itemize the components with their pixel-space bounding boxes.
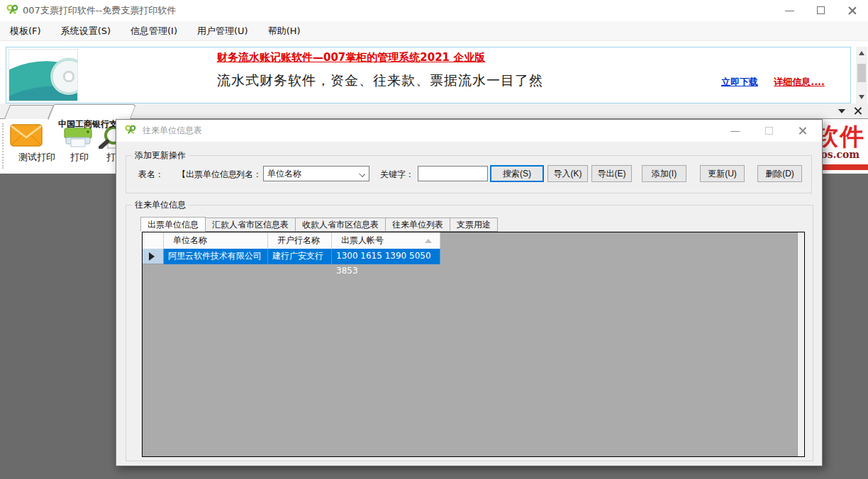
dialog-title: 往来单位信息表 <box>143 120 202 142</box>
details-link[interactable]: 详细信息.... <box>774 76 825 89</box>
tab-shape <box>4 105 54 119</box>
keyword-label: 关键字： <box>380 169 414 181</box>
column-select-value: 单位名称 <box>267 169 301 179</box>
table-row[interactable]: 阿里云软件技术有限公司 建行广安支行 1300 1615 1390 5050 3… <box>143 249 440 264</box>
column-header-company[interactable]: 单位名称 <box>164 232 268 249</box>
ad-banner[interactable]: 财务流水账记账软件—007掌柜的管理系统2021 企业版 流水式财务软件，资金、… <box>6 47 851 103</box>
export-button[interactable]: 导出(E) <box>591 165 632 182</box>
menu-help[interactable]: 帮助(H) <box>258 21 311 40</box>
window-title: 007支票打印软件--免费支票打印软件 <box>23 0 176 21</box>
cell-bank[interactable]: 建行广安支行 <box>268 249 332 264</box>
menu-system-settings[interactable]: 系统设置(S) <box>51 21 121 40</box>
column-name-label: 列名： <box>236 169 262 181</box>
operations-groupbox: 添加更新操作 表名： 【出票单位信息 列名： 单位名称 关键字： 搜索(S) 导… <box>126 155 812 193</box>
units-tabstrip: 出票单位信息 汇款人省市区信息表 收款人省市区信息表 往来单位列表 支票用途 <box>140 217 498 232</box>
sort-ascending-icon <box>425 239 432 243</box>
dialog-titlebar: 往来单位信息表 <box>116 120 822 142</box>
maximize-icon <box>817 6 825 14</box>
tab-payee-region-info[interactable]: 收款人省市区信息表 <box>296 218 386 232</box>
download-now-link[interactable]: 立即下载 <box>721 76 758 89</box>
tab-icbc-check[interactable]: 中国工商银行支票 <box>51 104 133 120</box>
table-name-value: 【出票单位信息 <box>177 169 237 181</box>
minimize-icon <box>785 11 794 11</box>
menu-template[interactable]: 模板(F) <box>0 21 51 40</box>
menu-info-management[interactable]: 信息管理(I) <box>121 21 187 40</box>
update-button[interactable]: 更新(U) <box>700 165 745 182</box>
minimize-button[interactable] <box>774 0 806 21</box>
tab-close-icon[interactable] <box>853 106 862 115</box>
banner-subtitle: 流水式财务软件，资金、往来款、票据流水一目了然 <box>217 72 543 90</box>
tab-preinvoice[interactable]: 预开票 <box>7 105 51 119</box>
dialog-close-button[interactable] <box>788 120 818 142</box>
units-groupbox: 往来单位信息 出票单位信息 汇款人省市区信息表 收款人省市区信息表 往来单位列表… <box>126 205 813 461</box>
menubar: 模板(F) 系统设置(S) 信息管理(I) 用户管理(U) 帮助(H) <box>0 21 868 41</box>
watermark-domain-text: ros.com <box>823 149 859 160</box>
column-select[interactable]: 单位名称 <box>263 166 369 181</box>
tab-issuer-unit-info[interactable]: 出票单位信息 <box>140 217 206 232</box>
dialog-minimize-button[interactable] <box>721 120 751 142</box>
cell-company[interactable]: 阿里云软件技术有限公司 <box>164 249 268 264</box>
scroll-down-icon[interactable] <box>859 95 864 99</box>
row-selector-header <box>143 232 164 249</box>
row-selector-cell[interactable] <box>143 249 164 264</box>
add-button[interactable]: 添加(I) <box>642 165 686 182</box>
cell-account[interactable]: 1300 1615 1390 5050 3853 <box>332 249 440 264</box>
grid-vertical-scrollbar[interactable] <box>797 232 804 456</box>
import-button[interactable]: 导入(K) <box>547 165 588 182</box>
menu-user-management[interactable]: 用户管理(U) <box>187 21 258 40</box>
units-group-title: 往来单位信息 <box>132 199 189 211</box>
tab-check-purpose[interactable]: 支票用途 <box>450 218 498 232</box>
grid-header-row: 单位名称 开户行名称 出票人帐号 <box>143 232 440 249</box>
search-button[interactable]: 搜索(S) <box>490 165 544 182</box>
watermark-red-bar <box>823 164 868 170</box>
document-tabstrip: 预开票 中国工商银行支票 <box>0 103 868 119</box>
close-button[interactable] <box>837 0 868 21</box>
banner-headline-link[interactable]: 财务流水账记账软件—007掌柜的管理系统2021 企业版 <box>217 51 485 64</box>
toolbar-grip[interactable] <box>2 123 4 169</box>
close-icon <box>847 6 857 16</box>
dialog-keys-icon <box>125 125 137 137</box>
close-icon <box>798 126 807 135</box>
keyword-input[interactable] <box>418 166 488 181</box>
site-watermark: 软件 ros.com <box>823 119 868 174</box>
column-header-bank[interactable]: 开户行名称 <box>268 232 332 249</box>
operations-row: 表名： 【出票单位信息 列名： 单位名称 关键字： 搜索(S) 导入(K) 导出… <box>126 156 811 193</box>
tab-contact-unit-list[interactable]: 往来单位列表 <box>386 218 450 232</box>
scrollbar-thumb[interactable] <box>857 64 866 82</box>
tab-list-caret-icon[interactable] <box>838 109 845 113</box>
delete-button[interactable]: 删除(D) <box>757 165 802 182</box>
banner-scrollbar[interactable] <box>856 47 867 103</box>
units-data-grid: 单位名称 开户行名称 出票人帐号 阿里云软件技术有限公司 建行广安支行 1300… <box>142 232 805 457</box>
product-box-image <box>9 49 78 101</box>
maximize-icon <box>765 127 773 135</box>
contact-units-dialog: 往来单位信息表 添加更新操作 表名： 【出票单位信息 列名： 单位名称 关键字：… <box>116 119 823 466</box>
scroll-up-icon[interactable] <box>859 51 864 55</box>
table-name-label: 表名： <box>138 169 164 181</box>
tab-remitter-region-info[interactable]: 汇款人省市区信息表 <box>206 218 296 232</box>
app-keys-icon <box>6 4 19 17</box>
dialog-maximize-button[interactable] <box>755 120 785 142</box>
chevron-down-icon <box>359 171 365 177</box>
maximize-button[interactable] <box>806 0 837 21</box>
current-row-icon <box>149 252 155 261</box>
titlebar: 007支票打印软件--免费支票打印软件 <box>0 0 868 21</box>
minimize-icon <box>730 131 740 132</box>
